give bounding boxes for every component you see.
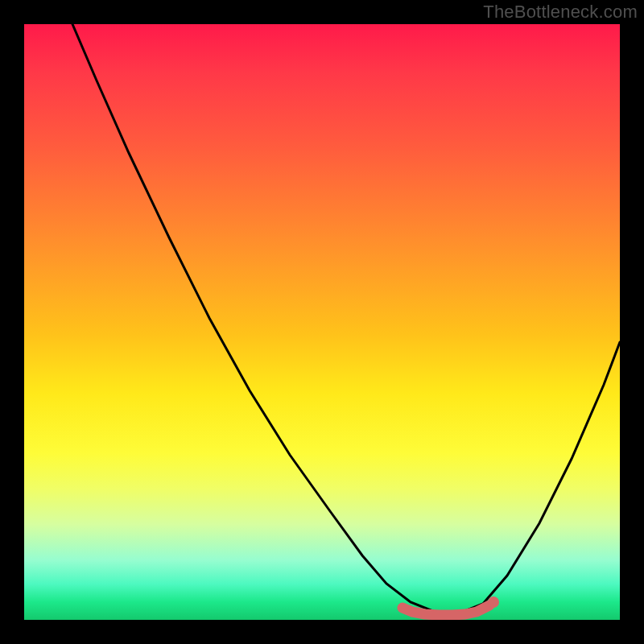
- plot-area: [24, 24, 620, 620]
- svg-point-0: [488, 597, 499, 608]
- watermark-text: TheBottleneck.com: [483, 2, 638, 23]
- chart-container: TheBottleneck.com: [0, 0, 644, 644]
- optimal-range-marker: [24, 24, 620, 620]
